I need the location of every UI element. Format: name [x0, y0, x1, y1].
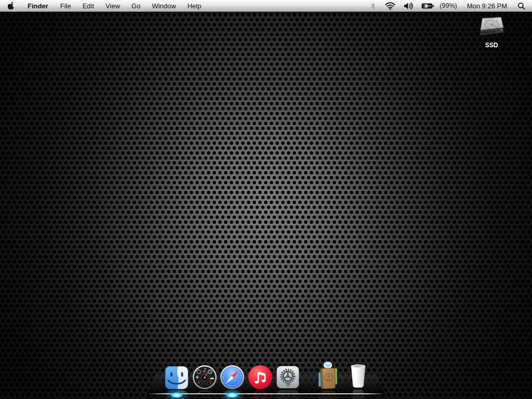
- menu-bar: Finder File Edit View Go Window Help (99…: [0, 0, 532, 12]
- trash-icon: [347, 363, 369, 389]
- wallpaper-vignette: [0, 0, 532, 399]
- battery-charging-icon: [421, 3, 434, 9]
- spotlight-menu[interactable]: [512, 0, 532, 11]
- spotlight-search-icon: [517, 2, 525, 10]
- safari-icon: [220, 365, 245, 390]
- dock-item-address-book-stack[interactable]: [317, 360, 340, 390]
- battery-menu[interactable]: [417, 0, 438, 11]
- hard-drive-icon: [477, 16, 506, 40]
- dock-item-dashboard[interactable]: [192, 365, 217, 390]
- menu-item-window[interactable]: Window: [146, 0, 181, 11]
- menu-item-file[interactable]: File: [55, 0, 77, 11]
- menu-bar-status-area: (99%) Mon 9:26 PM: [365, 0, 532, 11]
- finder-icon: [165, 366, 189, 390]
- dock-item-system-preferences[interactable]: [276, 365, 300, 389]
- bluetooth-icon: [369, 2, 377, 10]
- volume-menu[interactable]: [400, 0, 417, 11]
- menu-item-finder[interactable]: Finder: [21, 0, 55, 11]
- bluetooth-menu[interactable]: [365, 0, 381, 11]
- menu-item-help[interactable]: Help: [182, 0, 207, 11]
- ssd-label: SSD: [475, 42, 508, 49]
- menu-item-view[interactable]: View: [100, 0, 126, 11]
- menu-item-edit[interactable]: Edit: [77, 0, 100, 11]
- desktop-icon-ssd[interactable]: SSD: [475, 16, 508, 49]
- menu-clock[interactable]: Mon 9:26 PM: [462, 2, 512, 10]
- dock-item-itunes[interactable]: [248, 365, 273, 390]
- menu-item-go[interactable]: Go: [126, 0, 146, 11]
- volume-icon: [404, 2, 413, 10]
- apple-logo-icon: [8, 2, 15, 10]
- system-preferences-icon: [276, 365, 300, 389]
- desktop-wallpaper: [0, 0, 532, 399]
- dock-item-finder[interactable]: [165, 366, 189, 390]
- running-indicator-safari: [225, 392, 240, 398]
- screen: Finder File Edit View Go Window Help (99…: [0, 0, 532, 399]
- apple-menu[interactable]: [0, 0, 21, 11]
- dock-item-safari[interactable]: [220, 365, 245, 390]
- itunes-icon: [248, 365, 273, 390]
- battery-percent[interactable]: (99%): [438, 2, 461, 9]
- wifi-menu[interactable]: [381, 0, 400, 11]
- dashboard-icon: [192, 365, 217, 390]
- dock-item-trash[interactable]: [347, 363, 369, 389]
- wifi-icon: [385, 2, 395, 10]
- running-indicator-finder: [169, 392, 184, 398]
- address-book-stack-icon: [317, 360, 340, 390]
